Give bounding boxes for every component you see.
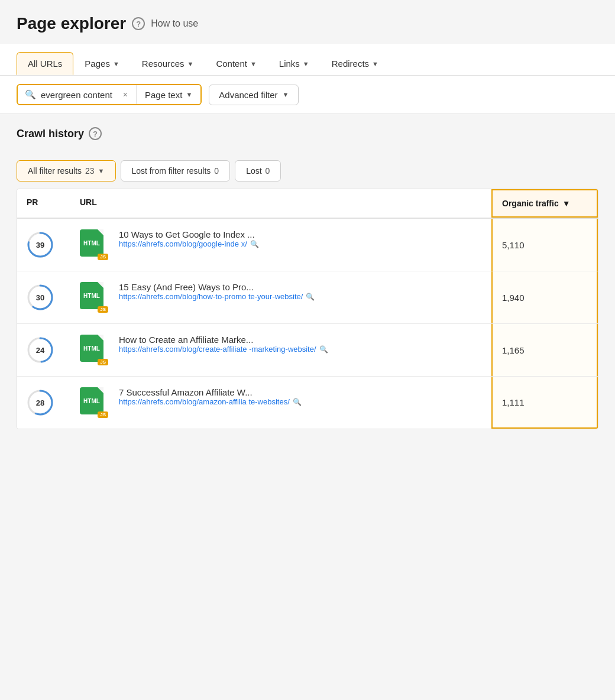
chevron-down-icon: ▼ — [283, 91, 289, 98]
crawl-history-section: Crawl history ? — [0, 114, 615, 153]
pr-cell: 30 — [17, 271, 70, 323]
url-text-block: How to Create an Affiliate Marke... http… — [119, 335, 328, 354]
results-table: PR URL Organic traffic ▼ 39 — [17, 189, 598, 429]
url-content: HTML JS How to Create an Affiliate Marke… — [80, 335, 328, 365]
html-badge: HTML — [80, 282, 103, 309]
url-link[interactable]: https://ahrefs.com/blog/amazon-affilia t… — [119, 397, 302, 406]
organic-traffic-cell: 1,165 — [491, 324, 598, 376]
clear-icon[interactable]: × — [122, 90, 129, 99]
col-pr: PR — [17, 189, 70, 218]
tabs-section: All URLs Pages ▼ Resources ▼ Content ▼ L… — [0, 44, 615, 76]
tab-links[interactable]: Links ▼ — [268, 52, 321, 75]
search-icon[interactable]: 🔍 — [250, 240, 259, 248]
filter-tabs-row: All filter results 23 ▼ Lost from filter… — [17, 153, 598, 189]
url-content: HTML JS 7 Successful Amazon Affiliate W.… — [80, 387, 302, 418]
crawl-history-help-icon[interactable]: ? — [89, 127, 102, 140]
page-title-text: 15 Easy (And Free) Ways to Pro... — [119, 282, 315, 292]
url-cell: HTML JS 10 Ways to Get Google to Index .… — [70, 219, 491, 271]
page-text-dropdown[interactable]: Page text ▼ — [137, 85, 200, 104]
search-icon: 🔍 — [25, 89, 36, 100]
url-text-block: 15 Easy (And Free) Ways to Pro... https:… — [119, 282, 315, 301]
url-link[interactable]: https://ahrefs.com/blog/create-affiliate… — [119, 345, 328, 354]
pr-value: 39 — [27, 231, 54, 258]
tab-all-urls[interactable]: All URLs — [17, 52, 73, 75]
js-badge: JS — [98, 411, 108, 418]
chevron-down-icon: ▼ — [98, 167, 105, 174]
pr-cell: 28 — [17, 377, 70, 429]
search-icon[interactable]: 🔍 — [319, 345, 328, 354]
organic-traffic-cell: 5,110 — [491, 219, 598, 271]
search-input-value[interactable]: evergreen content — [41, 90, 117, 100]
search-icon[interactable]: 🔍 — [293, 398, 302, 406]
js-badge: JS — [98, 359, 108, 365]
filter-section: 🔍 evergreen content × Page text ▼ Advanc… — [0, 76, 615, 114]
chevron-down-icon: ▼ — [186, 91, 192, 98]
url-cell: HTML JS 7 Successful Amazon Affiliate W.… — [70, 377, 491, 429]
tabs-row: All URLs Pages ▼ Resources ▼ Content ▼ L… — [17, 44, 598, 75]
html-badge: HTML — [80, 335, 103, 362]
chevron-down-icon: ▼ — [113, 60, 119, 67]
filter-tab-all[interactable]: All filter results 23 ▼ — [17, 160, 116, 182]
page-title: Page explorer — [17, 14, 126, 33]
url-content: HTML JS 15 Easy (And Free) Ways to Pro..… — [80, 282, 315, 313]
chevron-down-icon: ▼ — [250, 60, 257, 67]
html-badge: HTML — [80, 229, 103, 257]
table-header: PR URL Organic traffic ▼ — [17, 189, 598, 219]
page-title-text: 10 Ways to Get Google to Index ... — [119, 229, 259, 239]
chevron-down-icon: ▼ — [303, 60, 309, 67]
pr-circle-wrapper: 28 — [27, 389, 54, 416]
pr-circle-wrapper: 39 — [27, 231, 54, 258]
html-badge: HTML — [80, 387, 103, 414]
html-badge-wrapper: HTML JS — [80, 282, 106, 313]
js-badge: JS — [98, 306, 108, 313]
pr-value: 28 — [27, 389, 54, 416]
filter-row: 🔍 evergreen content × Page text ▼ Advanc… — [17, 84, 598, 105]
html-badge-wrapper: HTML JS — [80, 335, 106, 365]
crawl-history-title: Crawl history ? — [17, 127, 598, 140]
advanced-filter-button[interactable]: Advanced filter ▼ — [209, 85, 299, 105]
js-badge: JS — [98, 254, 108, 260]
url-link[interactable]: https://ahrefs.com/blog/how-to-promo te-… — [119, 292, 315, 301]
tab-resources[interactable]: Resources ▼ — [131, 52, 205, 75]
url-text-block: 10 Ways to Get Google to Index ... https… — [119, 229, 259, 248]
filter-tab-lost[interactable]: Lost 0 — [235, 160, 281, 182]
url-cell: HTML JS How to Create an Affiliate Marke… — [70, 324, 491, 376]
html-badge-wrapper: HTML JS — [80, 229, 106, 260]
pr-cell: 24 — [17, 324, 70, 376]
page-header: Page explorer ? How to use — [0, 0, 615, 44]
html-badge-wrapper: HTML JS — [80, 387, 106, 418]
pr-circle-wrapper: 30 — [27, 284, 54, 311]
search-left: 🔍 evergreen content × — [18, 85, 136, 104]
results-section: All filter results 23 ▼ Lost from filter… — [0, 153, 615, 429]
tab-content[interactable]: Content ▼ — [205, 52, 267, 75]
organic-traffic-cell: 1,940 — [491, 271, 598, 323]
pr-cell: 39 — [17, 219, 70, 271]
table-row: 39 HTML JS 10 Ways to Get Google to Inde… — [17, 219, 598, 271]
page-title-text: How to Create an Affiliate Marke... — [119, 335, 328, 345]
organic-traffic-cell: 1,111 — [491, 377, 598, 429]
pr-value: 30 — [27, 284, 54, 311]
table-row: 24 HTML JS How to Create an Affiliate Ma… — [17, 324, 598, 377]
col-url: URL — [70, 189, 491, 218]
tab-pages[interactable]: Pages ▼ — [73, 52, 130, 75]
pr-value: 24 — [27, 336, 54, 364]
url-content: HTML JS 10 Ways to Get Google to Index .… — [80, 229, 259, 260]
chevron-down-icon: ▼ — [372, 60, 378, 67]
search-combined: 🔍 evergreen content × Page text ▼ — [17, 84, 202, 105]
how-to-use-link[interactable]: How to use — [151, 18, 198, 29]
tab-redirects[interactable]: Redirects ▼ — [321, 52, 390, 75]
url-cell: HTML JS 15 Easy (And Free) Ways to Pro..… — [70, 271, 491, 323]
filter-tab-lost-from-filter[interactable]: Lost from filter results 0 — [121, 160, 231, 182]
table-row: 30 HTML JS 15 Easy (And Free) Ways to Pr… — [17, 271, 598, 324]
page-title-text: 7 Successful Amazon Affiliate W... — [119, 387, 302, 397]
url-text-block: 7 Successful Amazon Affiliate W... https… — [119, 387, 302, 406]
search-icon[interactable]: 🔍 — [306, 293, 315, 301]
header-help-icon[interactable]: ? — [132, 17, 145, 30]
pr-circle-wrapper: 24 — [27, 336, 54, 364]
chevron-down-icon: ▼ — [187, 60, 194, 67]
url-link[interactable]: https://ahrefs.com/blog/google-inde x/ 🔍 — [119, 239, 259, 248]
table-row: 28 HTML JS 7 Successful Amazon Affiliate… — [17, 377, 598, 429]
col-organic-traffic[interactable]: Organic traffic ▼ — [491, 189, 598, 218]
sort-icon: ▼ — [562, 199, 571, 208]
